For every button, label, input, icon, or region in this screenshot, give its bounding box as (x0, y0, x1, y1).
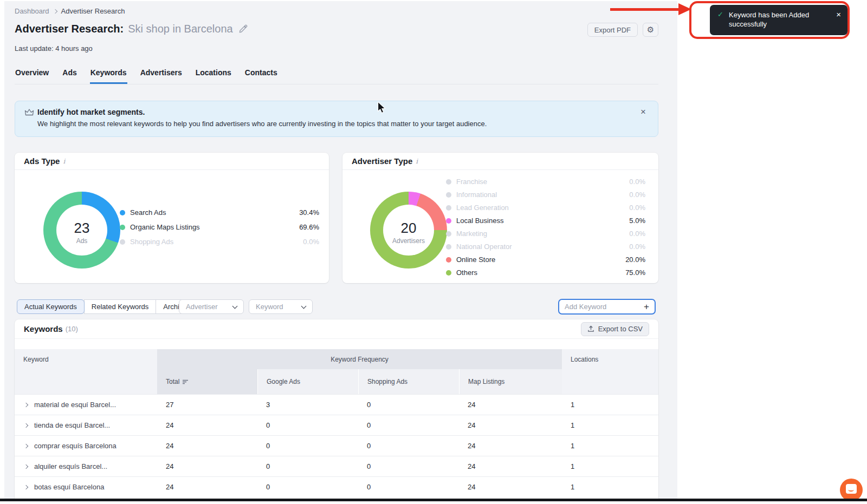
advertiser-dropdown[interactable]: Advertiser (179, 299, 244, 314)
tab-locations[interactable]: Locations (195, 68, 232, 84)
map-listings-cell: 24 (459, 477, 562, 497)
column-header-locations[interactable]: Locations (562, 349, 658, 369)
total-cell: 24 (157, 415, 257, 435)
title-row: Advertiser Research: Ski shop in Barcelo… (15, 23, 248, 35)
upload-icon (587, 325, 594, 332)
map-listings-cell: 24 (459, 415, 562, 435)
tab-overview[interactable]: Overview (15, 68, 49, 84)
expand-row-icon[interactable] (24, 464, 28, 468)
legend-item: Search Ads 30.4% (120, 208, 319, 217)
column-header-keyword[interactable]: Keyword (15, 349, 157, 369)
legend-item: Franchise 0.0% (446, 178, 645, 186)
locations-cell: 1 (562, 477, 658, 497)
gear-icon: ⚙ (647, 25, 654, 35)
expand-row-icon[interactable] (24, 443, 28, 448)
legend-label: Others (456, 269, 477, 277)
legend-percent: 20.0% (625, 256, 645, 264)
legend-label: Search Ads (130, 208, 166, 217)
legend-item: Informational 0.0% (446, 191, 645, 199)
info-icon[interactable]: i (416, 158, 418, 165)
table-row[interactable]: botas esquí Barcelona 24 0 0 24 1 (15, 476, 658, 497)
tab-contacts[interactable]: Contacts (244, 68, 278, 84)
table-row[interactable]: material de esquí Barcel... 27 3 0 24 1 (15, 394, 658, 415)
export-pdf-button[interactable]: Export PDF (587, 23, 638, 37)
add-keyword-placeholder: Add Keyword (565, 303, 606, 311)
column-group-keyword-frequency: Keyword Frequency (157, 349, 562, 369)
column-header-spacer (15, 369, 157, 394)
google-ads-cell: 0 (257, 477, 358, 497)
keyword-cell: material de esquí Barcel... (34, 401, 116, 409)
locations-cell: 1 (562, 456, 658, 476)
plus-icon[interactable]: + (644, 302, 649, 312)
header-actions: Export PDF ⚙ (587, 23, 658, 37)
chat-widget-button[interactable] (840, 479, 863, 501)
breadcrumb-separator-icon (53, 9, 57, 13)
keywords-table-title: Keywords (24, 324, 63, 333)
tab-keywords[interactable]: Keywords (90, 68, 127, 84)
banner-close-icon[interactable]: × (640, 107, 646, 117)
map-listings-cell: 24 (459, 456, 562, 476)
table-row[interactable]: tienda de esquí Barcel... 24 0 0 24 1 (15, 415, 658, 435)
success-toast: ✓ Keyword has been Added successfully × (710, 5, 847, 35)
keyword-cell: tienda de esquí Barcel... (34, 421, 110, 429)
keyword-dropdown[interactable]: Keyword (249, 299, 313, 314)
legend-percent: 0.0% (303, 238, 319, 246)
info-icon[interactable]: i (63, 158, 65, 165)
legend-percent: 0.0% (629, 243, 645, 251)
legend-percent: 69.6% (299, 223, 319, 231)
tab-advertisers[interactable]: Advertisers (140, 68, 183, 84)
toast-close-icon[interactable]: × (836, 10, 841, 19)
filter-bar: Actual Keywords Related Keywords Archive… (15, 299, 658, 315)
breadcrumb-dashboard-link[interactable]: Dashboard (15, 7, 49, 15)
column-header-shopping-ads[interactable]: Shopping Ads (358, 369, 459, 394)
column-header-map-listings[interactable]: Map Listings (459, 369, 562, 394)
keywords-segment-control: Actual Keywords Related Keywords Archive… (17, 299, 198, 314)
map-listings-cell: 24 (459, 395, 562, 415)
total-cell: 24 (157, 436, 257, 456)
total-cell: 27 (157, 395, 257, 415)
advertiser-type-title: Advertiser Type (352, 156, 412, 166)
export-csv-button[interactable]: Export to CSV (581, 322, 649, 336)
shopping-ads-cell: 0 (358, 456, 459, 476)
table-row[interactable]: alquiler esquís Barcel... 24 0 0 24 1 (15, 456, 658, 476)
legend-label: Online Store (456, 256, 495, 264)
shopping-ads-cell: 0 (358, 395, 459, 415)
total-cell: 24 (157, 477, 257, 497)
legend-label: Local Business (456, 217, 503, 225)
expand-row-icon[interactable] (24, 485, 28, 489)
breadcrumb: Dashboard Advertiser Research (15, 7, 125, 15)
sort-descending-icon (183, 379, 189, 384)
segment-related-keywords[interactable]: Related Keywords (84, 299, 157, 314)
annotation-arrow (610, 8, 680, 11)
legend-label: Lead Generation (456, 204, 509, 212)
tab-ads[interactable]: Ads (62, 68, 77, 84)
legend-dot (446, 179, 451, 185)
legend-item: Shopping Ads 0.0% (120, 238, 319, 246)
legend-percent: 0.0% (629, 204, 645, 212)
banner-description: We highlight the most relevant keywords … (37, 120, 487, 128)
ads-type-card-header: Ads Type i (15, 153, 329, 170)
legend-item: Lead Generation 0.0% (446, 204, 645, 212)
segment-actual-keywords[interactable]: Actual Keywords (17, 299, 85, 314)
ads-count-value: 23 (43, 220, 120, 237)
add-keyword-input[interactable]: Add Keyword + (558, 299, 656, 315)
settings-button[interactable]: ⚙ (643, 23, 658, 37)
keywords-table-card: Keywords (10) Export to CSV Keyword Keyw… (15, 319, 658, 499)
legend-percent: 30.4% (299, 208, 319, 217)
column-header-total[interactable]: Total (157, 369, 257, 394)
keyword-cell: comprar esquís Barcelona (34, 442, 117, 450)
expand-row-icon[interactable] (24, 402, 28, 407)
keywords-count-badge: (10) (66, 325, 78, 333)
google-ads-cell: 3 (257, 395, 358, 415)
table-row[interactable]: comprar esquís Barcelona 24 0 0 24 1 (15, 435, 658, 456)
column-header-google-ads[interactable]: Google Ads (257, 369, 358, 394)
legend-item: Local Business 5.0% (446, 217, 645, 225)
expand-row-icon[interactable] (24, 423, 28, 427)
advertiser-type-card-header: Advertiser Type i (342, 153, 658, 170)
export-csv-label: Export to CSV (598, 325, 643, 333)
keywords-table-header: Keywords (10) Export to CSV (15, 319, 658, 339)
banner-title: Identify hot market segments. (37, 108, 145, 116)
edit-pencil-icon[interactable] (238, 24, 248, 34)
legend-label: Organic Maps Listings (130, 223, 200, 231)
keyword-dropdown-label: Keyword (256, 303, 283, 311)
